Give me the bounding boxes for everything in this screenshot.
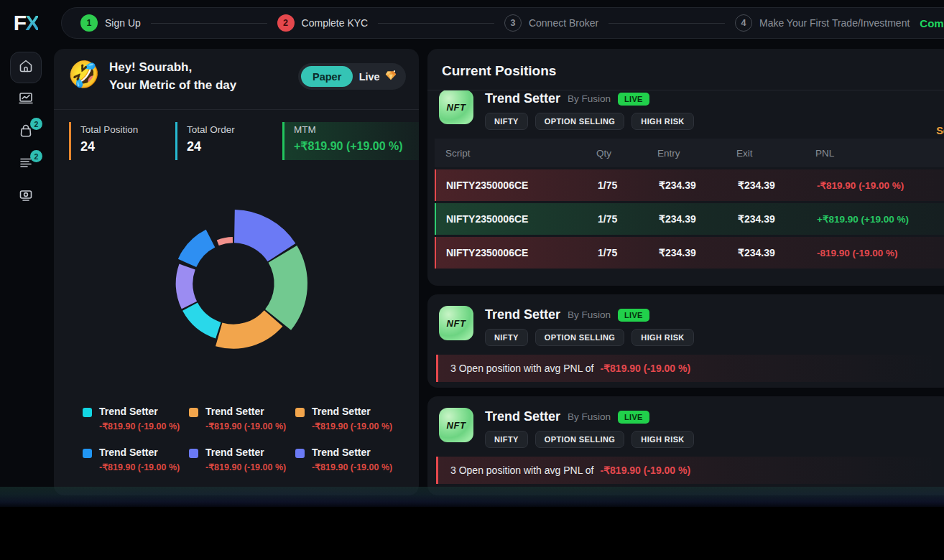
strategy-author: By Fusion [568, 93, 611, 104]
tag-high-risk: HIGH RISK [631, 113, 693, 130]
cell-entry: ₹234.39 [659, 247, 738, 258]
avg-pnl-summary: 3 Open position with avg PNL of -₹819.90… [436, 457, 940, 484]
tag-nifty: NIFTY [485, 113, 528, 130]
live-badge: LIVE [618, 411, 649, 424]
gem-icon [384, 69, 397, 84]
legend-label: Trend Setter [99, 447, 189, 458]
stat-mtm: MTM +₹819.90 (+19.00 %) [282, 122, 419, 160]
strategies-count-badge: 2 [30, 118, 42, 130]
step-number-badge: 1 [80, 14, 98, 32]
cell-script: NIFTY2350006CE [436, 213, 598, 225]
toggle-paper-option[interactable]: Paper [301, 66, 353, 87]
strategy-name[interactable]: Trend Setter [485, 307, 560, 322]
step-label: Sign Up [105, 17, 141, 29]
summary-value: -₹819.90 (-19.00 %) [601, 363, 691, 374]
stats-row: Total Position 24 Total Order 24 MTM +₹8… [69, 122, 419, 160]
cell-pnl: -₹819.90 (-19.00 %) [817, 179, 944, 191]
cell-exit: ₹234.39 [738, 213, 817, 225]
step-label: Make Your First Trade/Investment [759, 17, 910, 29]
step-label: Connect Broker [529, 17, 598, 29]
table-row: NIFTY2350006CE 1/75 ₹234.39 ₹234.39 -₹81… [435, 169, 944, 201]
sidebar-item-home[interactable] [10, 52, 42, 83]
cell-qty: 1/75 [598, 247, 659, 258]
avg-pnl-summary: 3 Open position with avg PNL of -₹819.90… [436, 355, 940, 382]
tag-nifty: NIFTY [485, 431, 528, 448]
step-label: Complete KYC [302, 17, 369, 29]
legend-label: Trend Setter [99, 406, 189, 417]
legend-value: -₹819.90 (-19.00 %) [205, 462, 295, 472]
toggle-live-option[interactable]: Live [353, 69, 403, 84]
strategy-author: By Fusion [568, 309, 611, 320]
position-card-1: Current Positions See NFT Trend Setter B… [427, 49, 944, 286]
strategy-header: NFT Trend Setter By Fusion LIVE NIFTY OP… [427, 79, 944, 130]
legend-value: -₹819.90 (-19.00 %) [205, 421, 295, 431]
strategy-name[interactable]: Trend Setter [485, 409, 560, 424]
strategy-tags: NIFTY OPTION SELLING HIGH RISK [485, 431, 694, 448]
stat-total-position: Total Position 24 [69, 122, 175, 160]
live-badge: LIVE [618, 93, 649, 106]
col-qty: Qty [596, 148, 657, 159]
step-connect-broker[interactable]: 3 Connect Broker [504, 14, 598, 32]
stat-label: MTM [294, 124, 419, 135]
stat-value: 24 [80, 139, 175, 154]
legend-item: Trend Setter -₹819.90 (-19.00 %) [295, 406, 402, 431]
sidebar-item-orders[interactable]: 2 [10, 149, 42, 180]
logo-letter-f: F [14, 11, 25, 34]
greeting: 🤣 Hey! Sourabh, Your Metric of the day [68, 59, 236, 94]
legend-marker [295, 449, 305, 458]
strategy-name[interactable]: Trend Setter [485, 91, 560, 106]
brand-logo[interactable]: FX [0, 11, 52, 35]
legend-item: Trend Setter -₹819.90 (-19.00 %) [83, 447, 189, 472]
live-badge: LIVE [618, 309, 649, 322]
sidebar-item-strategies[interactable]: 2 [10, 116, 42, 148]
stat-value: 24 [187, 139, 282, 154]
table-row: NIFTY2350006CE 1/75 ₹234.39 ₹234.39 -819… [435, 237, 944, 269]
nft-strategy-icon: NFT [439, 306, 473, 340]
strategy-tags: NIFTY OPTION SELLING HIGH RISK [485, 329, 694, 346]
topbar: FX 1 Sign Up 2 Complete KYC 3 Connect Br… [0, 0, 944, 46]
divider [427, 90, 944, 90]
step-first-trade[interactable]: 4 Make Your First Trade/Investment [735, 14, 910, 32]
strategy-author: By Fusion [568, 411, 611, 422]
cell-script: NIFTY2350006CE [436, 179, 598, 191]
step-connector [378, 23, 494, 24]
legend-item: Trend Setter -₹819.90 (-19.00 %) [295, 447, 402, 472]
home-icon [17, 57, 34, 78]
panel-title: Current Positions [427, 49, 944, 79]
step-complete-kyc[interactable]: 2 Complete KYC [277, 14, 369, 32]
legend-value: -₹819.90 (-19.00 %) [99, 421, 189, 431]
legend-marker [189, 449, 198, 458]
bottom-noise-strip [0, 487, 944, 508]
tag-high-risk: HIGH RISK [631, 329, 693, 346]
step-sign-up[interactable]: 1 Sign Up [80, 14, 141, 32]
step-connector [151, 23, 267, 24]
sidebar-item-analytics[interactable] [10, 84, 42, 116]
step-number-badge: 2 [277, 14, 295, 32]
cell-exit: ₹234.39 [738, 179, 817, 191]
legend-item: Trend Setter -₹819.90 (-19.00 %) [83, 406, 189, 431]
cell-exit: ₹234.39 [738, 247, 817, 258]
see-all-link[interactable]: See [936, 125, 944, 136]
legend-value: -₹819.90 (-19.00 %) [99, 462, 189, 472]
legend-label: Trend Setter [312, 447, 402, 458]
laughing-emoji: 🤣 [66, 57, 103, 96]
complete-link[interactable]: Compl [920, 17, 944, 29]
step-number-badge: 4 [735, 14, 752, 32]
stat-label: Total Position [80, 124, 175, 135]
tag-nifty: NIFTY [485, 329, 528, 346]
legend-label: Trend Setter [205, 406, 295, 417]
cell-entry: ₹234.39 [659, 179, 738, 191]
strategy-header: NFT Trend Setter By Fusion LIVE NIFTY OP… [427, 294, 944, 346]
logo-letter-x: X [25, 11, 38, 34]
stat-value: +₹819.90 (+19.00 %) [294, 139, 419, 153]
metrics-panel: 🤣 Hey! Sourabh, Your Metric of the day P… [54, 49, 419, 495]
onboarding-stepper: 1 Sign Up 2 Complete KYC 3 Connect Broke… [61, 7, 944, 39]
summary-text: 3 Open position with avg PNL of [450, 363, 594, 374]
legend-value: -₹819.90 (-19.00 %) [312, 421, 402, 431]
sidebar-item-wallet[interactable] [10, 181, 42, 213]
orders-count-badge: 2 [30, 150, 42, 162]
wallet-terminal-icon [17, 187, 34, 207]
legend-label: Trend Setter [205, 447, 295, 458]
chart-monitor-icon [17, 90, 34, 110]
cell-script: NIFTY2350006CE [436, 247, 598, 258]
